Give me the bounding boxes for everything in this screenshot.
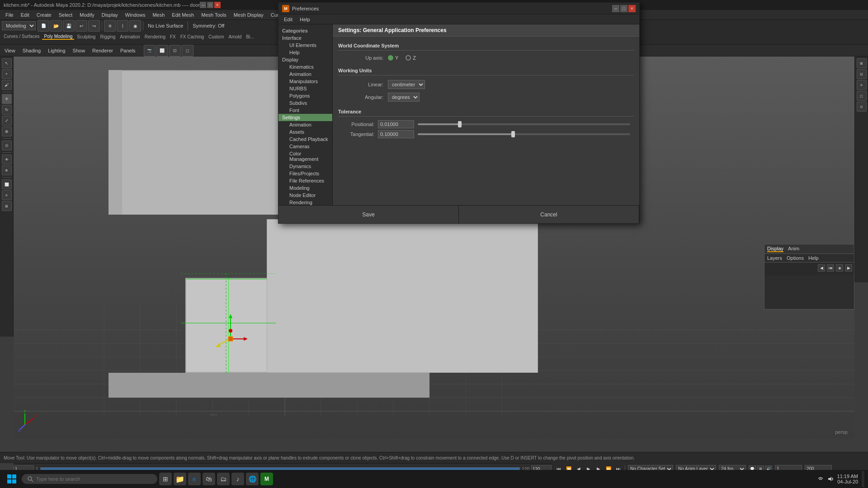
shelf-tab-rigging[interactable]: Rigging <box>98 34 117 39</box>
redo-btn[interactable]: ↪ <box>88 20 100 32</box>
taskbar-explorer2[interactable]: 🗂 <box>217 473 230 485</box>
cat-modeling[interactable]: Modeling <box>278 184 332 192</box>
prev-frame-btn[interactable]: ◀ <box>818 264 825 272</box>
shelf-tab-poly[interactable]: Poly Modeling <box>42 34 74 40</box>
cat-help[interactable]: Help <box>278 49 332 56</box>
cat-font[interactable]: Font <box>278 107 332 114</box>
universal-tool[interactable]: ⊕ <box>2 127 12 136</box>
cat-interface[interactable]: Interface <box>278 34 332 42</box>
cat-kinematics[interactable]: Kinematics <box>278 63 332 70</box>
taskbar-file-explorer[interactable]: 📁 <box>174 473 186 485</box>
rotate-tool[interactable]: ↻ <box>2 105 12 115</box>
shelf-tab-animation[interactable]: Animation <box>118 34 142 39</box>
show-desktop-btn[interactable] <box>862 471 864 487</box>
taskbar-task-view[interactable]: ⊞ <box>159 473 172 485</box>
z-radio[interactable] <box>406 55 411 61</box>
cancel-btn[interactable]: Cancel <box>459 206 639 223</box>
taskbar-store[interactable]: 🛍 <box>203 473 215 485</box>
z-axis-option[interactable]: Z <box>406 55 416 61</box>
input-output-btn[interactable]: ⬜ <box>2 179 12 189</box>
smooth-btn[interactable]: ◻ <box>182 45 193 56</box>
mode-selector[interactable]: Modeling <box>2 21 36 30</box>
cat-display[interactable]: Display <box>278 56 332 63</box>
y-axis-option[interactable]: Y <box>388 55 398 61</box>
display-btn[interactable]: ⬜ <box>156 45 168 56</box>
select-tool[interactable]: ↖ <box>2 58 12 68</box>
cat-animation2[interactable]: Animation <box>278 121 332 128</box>
undo-btn[interactable]: ↩ <box>75 20 87 32</box>
vp-panels[interactable]: Panels <box>118 47 138 54</box>
paint-tool[interactable]: 🖌 <box>2 80 12 90</box>
scale-tool[interactable]: ⤢ <box>2 116 12 126</box>
transform-gizmo[interactable] <box>212 312 249 348</box>
next-key-btn[interactable]: ▶ <box>845 264 852 272</box>
y-radio[interactable] <box>388 55 393 61</box>
shelf-tab-fx[interactable]: FX <box>168 34 178 39</box>
shelf-tab-custom[interactable]: Custom <box>207 34 226 39</box>
key-btn[interactable]: ◈ <box>836 264 843 272</box>
vp-view[interactable]: View <box>2 47 18 54</box>
open-file-btn[interactable]: 📂 <box>50 20 62 32</box>
sets-btn[interactable]: ⊞ <box>2 201 12 211</box>
shelf-tab-arnold[interactable]: Arnold <box>226 34 243 39</box>
cat-file-references[interactable]: File References <box>278 177 332 184</box>
vp-renderer[interactable]: Renderer <box>90 47 116 54</box>
vp-shading[interactable]: Shading <box>20 47 43 54</box>
shelf-tab-curves[interactable]: Curves / Surfaces <box>2 34 41 40</box>
anim-tab[interactable]: Anim <box>788 246 799 252</box>
right-tool4[interactable]: ◻ <box>857 91 867 101</box>
menu-mesh-tools[interactable]: Mesh Tools <box>198 11 230 19</box>
cat-node-editor[interactable]: Node Editor <box>278 192 332 199</box>
menu-edit-mesh[interactable]: Edit Mesh <box>168 11 198 19</box>
prefs-maximize-btn[interactable]: □ <box>620 5 627 12</box>
new-file-btn[interactable]: 📄 <box>38 20 49 32</box>
positional-input[interactable] <box>378 120 414 128</box>
snap-right-btn[interactable]: ⊞ <box>857 58 867 68</box>
angular-select[interactable]: degrees radians <box>388 93 420 102</box>
shelf-tab-sculpting[interactable]: Sculpting <box>75 34 97 39</box>
show-hide-btn[interactable]: 👁 <box>2 155 12 164</box>
save-file-btn[interactable]: 💾 <box>63 20 75 32</box>
cat-animation[interactable]: Animation <box>278 70 332 78</box>
soft-select-tool[interactable]: ⊙ <box>2 141 12 150</box>
snap-right2-btn[interactable]: ⊡ <box>857 69 867 79</box>
display-tab[interactable]: Display <box>767 246 783 252</box>
start-button[interactable] <box>4 471 20 487</box>
search-input[interactable] <box>36 476 127 482</box>
menu-mesh-display[interactable]: Mesh Display <box>230 11 267 19</box>
menu-windows[interactable]: Windows <box>122 11 149 19</box>
prefs-menu-help[interactable]: Help <box>296 16 314 23</box>
cat-manipulators[interactable]: Manipulators <box>278 78 332 85</box>
shelf-tab-rendering[interactable]: Rendering <box>143 34 167 39</box>
linear-select[interactable]: centimeter millimeter meter inch foot <box>388 80 425 89</box>
lasso-tool[interactable]: ⌖ <box>2 69 12 79</box>
menu-create[interactable]: Create <box>33 11 55 19</box>
prefs-close-btn[interactable]: ✕ <box>628 5 636 12</box>
taskbar-maya[interactable]: M <box>260 473 273 485</box>
freeze-btn[interactable]: ❄ <box>2 165 12 175</box>
tangential-input[interactable] <box>378 130 414 138</box>
cat-cameras[interactable]: Cameras <box>278 143 332 150</box>
layers-menu[interactable]: Layers <box>767 255 782 261</box>
taskbar-spotify[interactable]: ♪ <box>231 473 244 485</box>
minimize-button[interactable]: ─ <box>200 2 206 8</box>
menu-select[interactable]: Select <box>55 11 76 19</box>
taskbar-edge[interactable]: e <box>188 473 201 485</box>
prefs-minimize-btn[interactable]: ─ <box>612 5 619 12</box>
shelf-tab-fxcaching[interactable]: FX Caching <box>179 34 206 39</box>
taskbar-chrome[interactable]: 🌐 <box>246 473 259 485</box>
cat-nurbs[interactable]: NURBS <box>278 85 332 92</box>
right-tool3[interactable]: ≡ <box>857 80 867 90</box>
vp-lighting[interactable]: Lighting <box>45 47 68 54</box>
help-menu[interactable]: Help <box>808 255 819 261</box>
cat-ui-elements[interactable]: UI Elements <box>278 42 332 49</box>
wireframe-btn[interactable]: ⊡ <box>169 45 181 56</box>
menu-file[interactable]: File <box>2 11 17 19</box>
cat-rendering[interactable]: Rendering <box>278 199 332 205</box>
positional-slider[interactable] <box>418 123 630 125</box>
maximize-button[interactable]: □ <box>207 2 213 8</box>
cat-color-management[interactable]: Color Management <box>278 150 332 163</box>
cat-files-projects[interactable]: Files/Projects <box>278 170 332 177</box>
layers-btn[interactable]: ≡ <box>2 190 12 200</box>
move-tool[interactable]: ✛ <box>2 94 12 104</box>
